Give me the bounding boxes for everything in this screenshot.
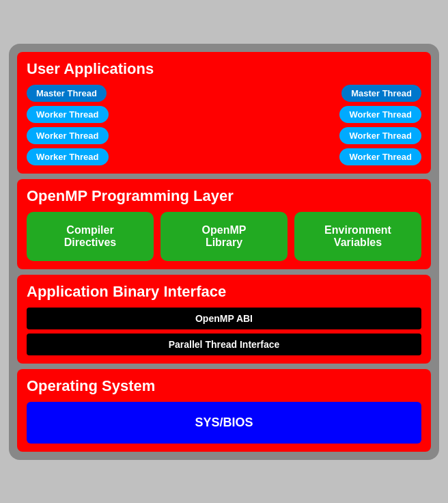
- environment-variables-box: EnvironmentVariables: [294, 212, 421, 261]
- openmp-boxes: CompilerDirectives OpenMPLibrary Environ…: [27, 212, 421, 261]
- abi-bars: OpenMP ABI Parallel Thread Interface: [27, 308, 421, 355]
- master-thread-2: Master Thread: [341, 85, 421, 102]
- master-thread-row: Master Thread Master Thread: [27, 85, 421, 102]
- abi-section: Application Binary Interface OpenMP ABI …: [17, 275, 431, 364]
- user-apps-section: User Applications Master Thread Master T…: [17, 52, 431, 174]
- compiler-directives-box: CompilerDirectives: [27, 212, 154, 261]
- right-worker-3: Worker Thread: [339, 148, 421, 165]
- os-section: Operating System SYS/BIOS: [17, 369, 431, 452]
- openmp-abi-bar: OpenMP ABI: [27, 308, 421, 329]
- openmp-library-box: OpenMPLibrary: [160, 212, 288, 261]
- user-apps-title: User Applications: [27, 60, 421, 78]
- left-worker-1: Worker Thread: [27, 106, 109, 123]
- sys-bios-bar: SYS/BIOS: [27, 402, 421, 444]
- openmp-section: OpenMP Programming Layer CompilerDirecti…: [17, 179, 431, 269]
- right-worker-column: Worker Thread Worker Thread Worker Threa…: [339, 106, 421, 165]
- abi-title: Application Binary Interface: [27, 283, 421, 301]
- os-title: Operating System: [27, 377, 421, 395]
- parallel-thread-interface-bar: Parallel Thread Interface: [27, 334, 421, 355]
- workers-area: Worker Thread Worker Thread Worker Threa…: [27, 106, 421, 165]
- main-container: User Applications Master Thread Master T…: [9, 44, 439, 460]
- master-thread-1: Master Thread: [27, 85, 107, 102]
- left-worker-3: Worker Thread: [27, 148, 109, 165]
- left-worker-column: Worker Thread Worker Thread Worker Threa…: [27, 106, 109, 165]
- left-worker-2: Worker Thread: [27, 127, 109, 144]
- right-worker-1: Worker Thread: [339, 106, 421, 123]
- openmp-title: OpenMP Programming Layer: [27, 187, 421, 205]
- right-worker-2: Worker Thread: [339, 127, 421, 144]
